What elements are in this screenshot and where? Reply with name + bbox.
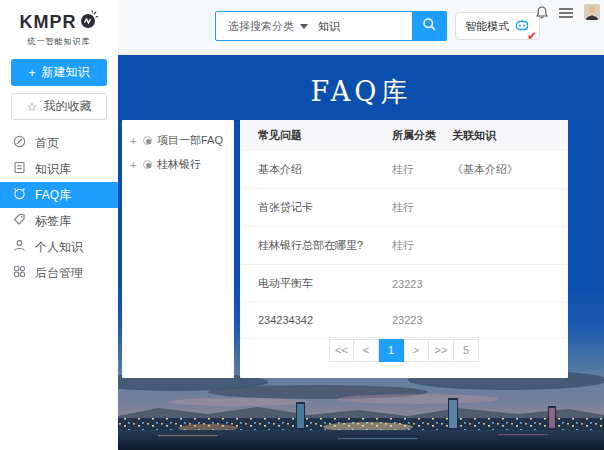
sidebar-item-home[interactable]: 首页 (0, 130, 118, 156)
menu-button[interactable] (558, 6, 574, 23)
cell-category: 23223 (386, 265, 446, 303)
bell-icon (534, 9, 550, 24)
sidebar-item-personal[interactable]: 个人知识 (0, 234, 118, 260)
sidebar-item-label: 首页 (35, 135, 59, 152)
node-bullet-icon (143, 136, 152, 145)
cell-knowledge (446, 189, 568, 227)
cell-category: 23223 (386, 303, 446, 338)
search-button[interactable] (412, 12, 446, 40)
sidebar-item-label: 个人知识 (35, 239, 83, 256)
search-category-label: 选择搜索分类 (228, 19, 294, 34)
cell-question[interactable]: 基本介绍 (240, 151, 386, 189)
column-header-question: 常见问题 (240, 120, 386, 151)
check-icon: ✔ (527, 29, 537, 43)
table-row[interactable]: 电动平衡车 23223 (240, 265, 568, 303)
topbar: 选择搜索分类 智能模式 ✔ (118, 0, 604, 55)
sidebar-item-faq[interactable]: FAQ库 (0, 182, 118, 208)
document-icon (13, 161, 26, 177)
pagination-next-button[interactable]: > (404, 339, 429, 362)
cell-category: 桂行 (386, 227, 446, 265)
faq-icon (13, 187, 26, 203)
faq-table: 常见问题 所属分类 关联知识 基本介绍 桂行 《基本介绍》 首张贷记卡 桂行 (240, 120, 568, 338)
tag-icon (13, 213, 26, 229)
logo: KMPR 统一智能知识库 (0, 0, 118, 47)
home-icon (13, 135, 26, 151)
logo-subtitle: 统一智能知识库 (0, 36, 118, 47)
tree-node-label: 桂林银行 (157, 157, 201, 172)
sidebar-nav: 首页 知识库 FAQ库 标签库 个人知识 后台管理 (0, 130, 118, 286)
search-input[interactable] (318, 12, 412, 40)
faq-table-panel: 常见问题 所属分类 关联知识 基本介绍 桂行 《基本介绍》 首张贷记卡 桂行 (240, 120, 568, 378)
cell-question[interactable]: 234234342 (240, 303, 386, 338)
sidebar-item-tags[interactable]: 标签库 (0, 208, 118, 234)
main-content: FAQ库 + 项目一部FAQ + 桂林银行 常见问题 所属分类 (118, 55, 604, 450)
column-header-category: 所属分类 (386, 120, 446, 151)
cell-question[interactable]: 电动平衡车 (240, 265, 386, 303)
smart-mode-label: 智能模式 (465, 19, 509, 34)
category-tree-panel: + 项目一部FAQ + 桂林银行 (122, 120, 234, 378)
brand-text: KMPR (20, 12, 77, 33)
expand-icon[interactable]: + (130, 159, 138, 171)
pagination-prev-button[interactable]: < (354, 339, 379, 362)
favorites-label: 我的收藏 (43, 98, 91, 115)
sidebar-item-knowledge[interactable]: 知识库 (0, 156, 118, 182)
sidebar-item-label: 标签库 (35, 213, 71, 230)
cell-category: 桂行 (386, 189, 446, 227)
table-row[interactable]: 234234342 23223 (240, 303, 568, 338)
sidebar-item-label: 知识库 (35, 161, 71, 178)
star-icon: ☆ (27, 100, 38, 114)
cell-knowledge (446, 227, 568, 265)
pagination: << < 1 > >> 5 (329, 339, 479, 362)
table-row[interactable]: 基本介绍 桂行 《基本介绍》 (240, 151, 568, 189)
tree-node-project-faq[interactable]: + 项目一部FAQ (130, 133, 234, 148)
pagination-total[interactable]: 5 (454, 339, 479, 362)
new-knowledge-button[interactable]: + 新建知识 (11, 59, 107, 86)
sidebar: KMPR 统一智能知识库 + 新建知识 ☆ 我的收藏 (0, 0, 118, 450)
new-knowledge-label: 新建知识 (42, 64, 90, 81)
smart-mode-button[interactable]: 智能模式 ✔ (455, 12, 540, 40)
user-icon (13, 239, 26, 255)
cell-question[interactable]: 桂林银行总部在哪里? (240, 227, 386, 265)
cell-knowledge[interactable]: 《基本介绍》 (446, 151, 568, 189)
table-header-row: 常见问题 所属分类 关联知识 (240, 120, 568, 151)
expand-icon[interactable]: + (130, 135, 138, 147)
search-icon (422, 17, 437, 35)
avatar[interactable] (584, 4, 600, 20)
grid-icon (13, 265, 26, 281)
search-category-dropdown[interactable]: 选择搜索分类 (216, 12, 318, 40)
hamburger-icon (558, 8, 574, 23)
logo-mark-icon (79, 10, 99, 34)
notification-bell-button[interactable] (534, 5, 550, 24)
app-window: KMPR 统一智能知识库 + 新建知识 ☆ 我的收藏 (0, 0, 604, 450)
cell-knowledge (446, 303, 568, 338)
sidebar-item-admin[interactable]: 后台管理 (0, 260, 118, 286)
page-title: FAQ库 (118, 74, 604, 110)
city-skyline-image (118, 372, 604, 450)
sidebar-item-label: 后台管理 (35, 265, 83, 282)
favorites-button[interactable]: ☆ 我的收藏 (11, 93, 107, 120)
search-bar: 选择搜索分类 (215, 11, 447, 41)
cell-category: 桂行 (386, 151, 446, 189)
plus-icon: + (28, 66, 35, 80)
tree-node-label: 项目一部FAQ (157, 133, 223, 148)
tree-node-guilin-bank[interactable]: + 桂林银行 (130, 157, 234, 172)
pagination-first-button[interactable]: << (329, 339, 354, 362)
table-row[interactable]: 桂林银行总部在哪里? 桂行 (240, 227, 568, 265)
node-bullet-icon (143, 160, 152, 169)
column-header-knowledge: 关联知识 (446, 120, 568, 151)
sidebar-item-label: FAQ库 (35, 187, 71, 204)
pagination-last-button[interactable]: >> (429, 339, 454, 362)
cell-question[interactable]: 首张贷记卡 (240, 189, 386, 227)
caret-down-icon (300, 24, 308, 29)
table-row[interactable]: 首张贷记卡 桂行 (240, 189, 568, 227)
cell-knowledge (446, 265, 568, 303)
pagination-page-1[interactable]: 1 (379, 339, 404, 362)
